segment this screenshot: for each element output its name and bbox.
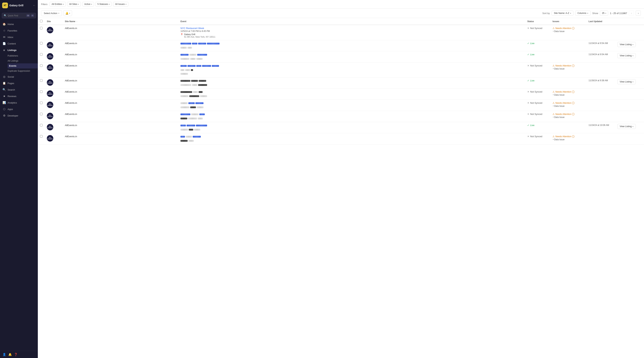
table-row: ALLEVENTS AllEvents.in ✕Not Synced ⚠Need… [38, 88, 644, 100]
select-action-button[interactable]: Select Action ▾ [41, 10, 62, 16]
chevron-down-icon: ▾ [63, 3, 64, 5]
event-cell [178, 133, 525, 144]
row-checkbox[interactable] [40, 79, 42, 82]
issues-cell: ⚠Needs Attentioni •Data Issue [550, 133, 586, 144]
sidebar-item-content-label: Content [8, 42, 16, 45]
last-updated-cell: 11/24/24 at 9:54 AM [586, 51, 615, 62]
sidebar-item-listings[interactable]: ≡ Listings [0, 47, 38, 53]
table-row: ALLEVENTS AllEvents.in NYC Restaurant We… [38, 25, 644, 40]
chevron-down-icon: ▾ [632, 81, 633, 83]
row-checkbox[interactable] [40, 42, 42, 44]
filter-status[interactable]: Active ▾ [82, 2, 94, 6]
sidebar-item-pages[interactable]: 📋 Pages [0, 80, 38, 86]
info-icon[interactable]: i [572, 135, 574, 138]
chevron-down-icon: ▾ [632, 126, 633, 128]
columns-button[interactable]: Columns ▾ [575, 10, 590, 16]
filter-sites[interactable]: All Sites ▾ [67, 2, 81, 6]
filter-entities[interactable]: All Entities ▾ [50, 2, 66, 6]
view-listing-button[interactable]: View Listing▾ [617, 79, 636, 84]
sidebar-item-publishers[interactable]: Publishers [8, 53, 38, 58]
show-count-button[interactable]: 25 ▾ [600, 10, 608, 16]
view-listing-button[interactable]: View Listing▾ [617, 42, 636, 47]
action-cell [615, 25, 644, 40]
quick-find-bar[interactable]: 🔍 Quick Find ⌘ K [2, 13, 36, 18]
table-row: ALLEVENTS AllEvents.in ✕Not Synced ⚠Need… [38, 62, 644, 78]
header-site-name[interactable]: Site Name ↑ [63, 18, 178, 25]
site-logo-cell: ALLEVENTS [45, 133, 63, 144]
site-name-cell: AllEvents.in [63, 111, 178, 122]
site-logo-cell: ALLEVENTS [45, 51, 63, 62]
row-checkbox[interactable] [40, 124, 42, 126]
issues-cell [550, 51, 586, 62]
sidebar-item-inbox[interactable]: ✉ Inbox [0, 34, 38, 40]
info-icon[interactable]: i [572, 90, 574, 93]
row-checkbox[interactable] [40, 27, 42, 29]
status-cell: ✕Not Synced [525, 62, 550, 78]
info-icon[interactable]: i [572, 64, 574, 67]
event-title-link[interactable]: NYC Restaurant Week [180, 27, 204, 30]
row-checkbox-cell [38, 78, 45, 88]
view-listing-button[interactable]: View Listing▾ [617, 53, 636, 58]
sidebar-item-home[interactable]: 🏠 Home [0, 21, 38, 27]
row-checkbox[interactable] [40, 102, 42, 104]
info-icon[interactable]: i [572, 102, 574, 104]
app-logo: XT [2, 2, 8, 8]
columns-label: Columns [578, 12, 586, 14]
filter-issues[interactable]: All Issues ▾ [113, 2, 128, 6]
status-label: Live [530, 79, 534, 82]
prev-page-button[interactable]: ‹ [629, 10, 634, 16]
select-all-checkbox[interactable] [40, 20, 42, 22]
warning-icon: ⚠ [552, 27, 555, 30]
bell-icon[interactable]: 🔔 [8, 353, 12, 356]
needs-attention-label: Needs Attention [556, 64, 571, 67]
status-cell: ✓Live [525, 122, 550, 133]
filter-status-label: Active [84, 3, 90, 6]
status-label: Live [530, 53, 534, 56]
action-cell: View Listing▾ [615, 78, 644, 88]
issues-cell: ⚠Needs Attentioni •Data Issue [550, 62, 586, 78]
filter-statuses[interactable]: 5 Statuses ▾ [96, 2, 112, 6]
sidebar-item-analytics[interactable]: 📊 Analytics [0, 100, 38, 106]
chevron-down-icon: ▾ [632, 44, 633, 46]
row-checkbox[interactable] [40, 135, 42, 138]
notification-button[interactable]: 🔔 ▾ [64, 10, 72, 16]
status-badge: ✕Not Synced [527, 113, 548, 116]
header-action [615, 18, 644, 25]
sidebar-item-all-listings[interactable]: All Listings [8, 58, 38, 64]
info-icon[interactable]: i [572, 27, 574, 30]
sort-button[interactable]: Site Name: A-Z ▾ [552, 10, 574, 16]
sidebar-item-duplicate-suppression[interactable]: Duplicate Suppression [8, 68, 38, 74]
status-label: Live [530, 42, 534, 45]
sidebar-item-apps[interactable]: ⬡ Apps [0, 106, 38, 112]
sidebar-item-reviews[interactable]: ★ Reviews [0, 93, 38, 100]
filter-entities-label: All Entities [52, 3, 62, 6]
sidebar-item-search[interactable]: 🔍 Search [0, 86, 38, 93]
user-icon[interactable]: 👤 [2, 353, 6, 356]
sidebar-item-developer[interactable]: ⚙ Developer [0, 112, 38, 119]
next-page-button[interactable]: › [636, 10, 641, 16]
table-header-row: Site Site Name ↑ Event Status Issues Las… [38, 18, 644, 25]
header-site: Site [45, 18, 63, 25]
table-row: ALLEVENTS AllEvents.in ✓Live 11/24/24 at… [38, 122, 644, 133]
site-logo-cell: ALLEVENTS [45, 40, 63, 51]
sidebar-item-content[interactable]: 📄 Content [0, 40, 38, 47]
header-issues: Issues [550, 18, 586, 25]
row-checkbox[interactable] [40, 90, 42, 93]
back-button[interactable]: ← [33, 4, 36, 7]
site-logo-cell: ALLEVENTS [45, 88, 63, 100]
help-icon[interactable]: ❓ [14, 353, 18, 356]
action-cell: View Listing▾ [615, 51, 644, 62]
row-checkbox[interactable] [40, 113, 42, 115]
sidebar-item-events[interactable]: Events [8, 64, 38, 68]
info-icon[interactable]: i [572, 113, 574, 116]
show-value: 25 [602, 12, 604, 14]
site-name-cell: AllEvents.in [63, 78, 178, 88]
row-checkbox[interactable] [40, 64, 42, 67]
view-listing-button[interactable]: View Listing▾ [617, 124, 636, 129]
sidebar-item-favorites[interactable]: ☆ Favorites [0, 27, 38, 34]
row-checkbox[interactable] [40, 53, 42, 56]
status-badge: ✕Not Synced [527, 135, 548, 138]
sidebar-item-social[interactable]: ◎ Social [0, 74, 38, 80]
status-label: Not Synced [530, 90, 542, 93]
search-icon: 🔍 [4, 14, 7, 17]
